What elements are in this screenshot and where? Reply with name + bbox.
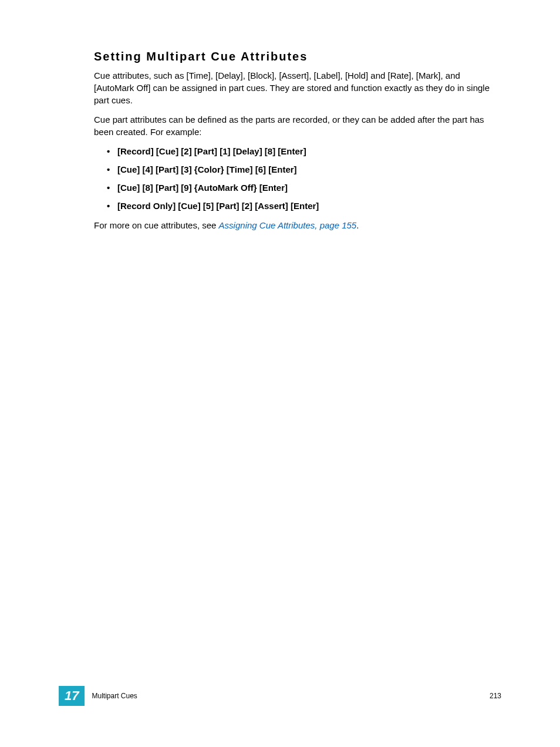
list-item: [Cue] [8] [Part] [9] {AutoMark Off} [Ent… xyxy=(117,181,501,194)
chapter-number-badge: 17 xyxy=(59,686,85,706)
example-intro-paragraph: Cue part attributes can be defined as th… xyxy=(94,113,501,138)
chapter-title: Multipart Cues xyxy=(92,692,137,700)
list-item: [Record Only] [Cue] [5] [Part] [2] [Asse… xyxy=(117,200,501,212)
page-content: Setting Multipart Cue Attributes Cue att… xyxy=(0,0,560,231)
reference-prefix: For more on cue attributes, see xyxy=(94,220,219,230)
footer-left: 17 Multipart Cues xyxy=(59,686,137,706)
reference-suffix: . xyxy=(356,220,359,230)
list-item: [Record] [Cue] [2] [Part] [1] [Delay] [8… xyxy=(117,145,501,157)
cross-reference-link[interactable]: Assigning Cue Attributes, page 155 xyxy=(219,220,357,230)
list-item: [Cue] [4] [Part] [3] {Color} [Time] [6] … xyxy=(117,163,501,176)
page-footer: 17 Multipart Cues 213 xyxy=(0,686,560,706)
intro-paragraph: Cue attributes, such as [Time], [Delay],… xyxy=(94,69,501,106)
reference-paragraph: For more on cue attributes, see Assignin… xyxy=(94,219,501,231)
section-heading: Setting Multipart Cue Attributes xyxy=(94,50,501,63)
example-list: [Record] [Cue] [2] [Part] [1] [Delay] [8… xyxy=(94,145,501,212)
page-number: 213 xyxy=(490,692,501,700)
